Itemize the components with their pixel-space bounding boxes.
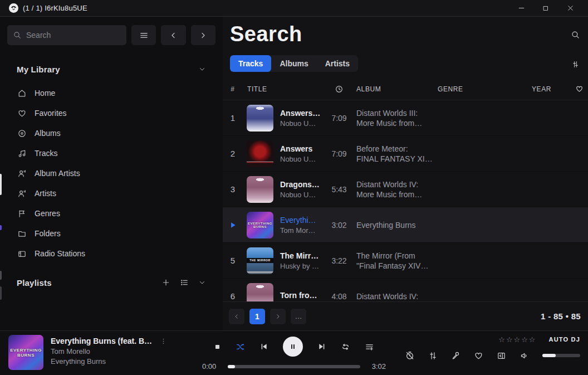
duration-clock-icon[interactable] (335, 85, 344, 94)
pause-button[interactable] (283, 337, 303, 357)
heart-icon[interactable] (575, 85, 588, 93)
track-artist[interactable]: Tom Mor… (280, 226, 316, 235)
favorite-heart-icon[interactable] (474, 351, 483, 361)
column-index[interactable]: # (231, 85, 234, 93)
maximize-button[interactable] (533, 0, 558, 17)
menu-button[interactable] (131, 25, 156, 45)
track-title[interactable]: Torn fro… (280, 291, 317, 300)
close-button[interactable] (558, 0, 582, 17)
titlebar: (1 / 1) I6rKIu8u5UE (0, 0, 588, 17)
sidebar-item-label: Folders (35, 229, 61, 238)
sidebar-item-folders[interactable]: Folders (0, 223, 223, 243)
heart-icon (17, 108, 27, 119)
album-art (247, 283, 273, 302)
row-index: 5 (231, 256, 235, 265)
page-prev-button[interactable] (229, 309, 244, 324)
filter-settings-icon[interactable] (571, 60, 580, 69)
radio-icon (17, 249, 27, 259)
track-title[interactable]: Everythi… (280, 216, 316, 225)
equalizer-settings-icon[interactable] (428, 351, 438, 361)
previous-button[interactable] (259, 342, 268, 351)
tab-albums[interactable]: Albums (271, 55, 316, 72)
track-artist[interactable]: Nobuo U… (280, 155, 316, 163)
search-tabs: Tracks Albums Artists (230, 55, 358, 72)
nav-back-button[interactable] (161, 25, 185, 45)
seek-slider[interactable] (228, 365, 360, 368)
sidebar-item-genres[interactable]: Genres (0, 203, 223, 223)
track-album[interactable]: Distant Worlds IV: More Music from… (352, 179, 433, 199)
column-album[interactable]: ALBUM (352, 85, 433, 93)
table-row-playing[interactable]: EVERYTHING BURNS Everythi… Tom Mor… 3:02… (223, 207, 588, 243)
track-artist[interactable]: Nobuo U… (280, 191, 320, 199)
chevron-down-icon[interactable] (198, 279, 206, 286)
sidebar-item-artists[interactable]: Artists (0, 183, 223, 203)
pagination-bar: 1 … 1 - 85 • 85 (223, 301, 588, 330)
next-button[interactable] (317, 342, 326, 351)
playlist-list-icon[interactable] (180, 278, 189, 287)
table-row[interactable]: 3 Dragons… Nobuo U… 5:43 Distant Worlds … (223, 172, 588, 207)
sidebar-item-radio-stations[interactable]: Radio Stations (0, 243, 223, 264)
sidebar-item-album-artists[interactable]: Album Artists (0, 163, 223, 183)
edge-indicator (0, 271, 2, 280)
auto-dj-toggle[interactable]: AUTO DJ (549, 336, 580, 343)
track-artist[interactable]: Husky by … (280, 262, 319, 270)
track-duration: 3:22 (331, 256, 346, 265)
track-album[interactable]: Everything Burns (352, 220, 433, 230)
sidebar-item-tracks[interactable]: Tracks (0, 143, 223, 163)
minimize-button[interactable] (509, 0, 533, 17)
track-duration: 3:02 (331, 221, 346, 230)
search-icon[interactable] (571, 30, 580, 40)
more-options-icon[interactable] (160, 338, 167, 345)
hamburger-icon (139, 31, 149, 40)
track-title[interactable]: Answers (280, 144, 316, 153)
track-title[interactable]: The Mirr… (280, 251, 319, 260)
sidebar-item-favorites[interactable]: Favorites (0, 103, 223, 123)
sidebar-item-home[interactable]: Home (0, 83, 223, 103)
tab-artists[interactable]: Artists (317, 55, 358, 72)
sidebar-item-label: Radio Stations (35, 249, 85, 258)
column-genre[interactable]: GENRE (433, 85, 533, 93)
page-more-button[interactable]: … (291, 309, 306, 324)
track-album[interactable]: Distant Worlds III: More Music from… (352, 108, 433, 128)
table-row[interactable]: 2 Answers Nobuo U… 7:09 Before Meteor: F… (223, 136, 588, 172)
track-album[interactable]: The Mirror (From "Final Fantasy XIV… (352, 251, 433, 271)
track-artist[interactable]: Nobuo U… (280, 119, 320, 128)
chevron-left-icon (169, 31, 178, 40)
table-row[interactable]: 5 THE MIRROR The Mirr… Husky by … 3:22 T… (223, 243, 588, 279)
repeat-button[interactable] (341, 342, 350, 352)
sidebar-search[interactable] (7, 25, 126, 45)
table-row[interactable]: 6 Torn fro… 4:08 Distant Worlds IV: (223, 279, 588, 301)
stop-button[interactable] (214, 343, 221, 350)
track-album[interactable]: Before Meteor: FINAL FANTASY XI… (352, 144, 433, 164)
row-index: 3 (231, 184, 235, 194)
sidebar-item-label: Genres (35, 209, 60, 218)
page-next-button[interactable] (270, 309, 286, 324)
player-artist[interactable]: Tom Morello (51, 347, 167, 355)
nav-forward-button[interactable] (191, 25, 215, 45)
lyrics-microphone-icon[interactable] (451, 351, 460, 361)
track-album[interactable]: Distant Worlds IV: (352, 291, 433, 301)
add-to-playlist-button[interactable] (365, 342, 374, 352)
add-playlist-icon[interactable] (161, 278, 170, 287)
library-section-header[interactable]: My Library (0, 61, 223, 77)
search-input[interactable] (26, 31, 110, 40)
chevron-down-icon[interactable] (198, 65, 206, 73)
track-title[interactable]: Dragons… (280, 180, 320, 189)
volume-slider[interactable] (542, 354, 580, 357)
volume-icon[interactable] (520, 351, 529, 361)
album-art (247, 105, 273, 132)
side-queue-panel-icon[interactable] (497, 351, 506, 361)
column-title[interactable]: TITLE (243, 85, 326, 93)
page-number-button[interactable]: 1 (249, 309, 265, 324)
track-title[interactable]: Answers… (280, 109, 320, 118)
shuffle-button[interactable] (236, 342, 245, 352)
player-album[interactable]: Everything Burns (51, 357, 167, 366)
rating-stars[interactable]: ☆☆☆☆☆ (498, 335, 536, 344)
sleep-timer-off-icon[interactable] (405, 350, 415, 361)
column-year[interactable]: YEAR (532, 85, 557, 93)
now-playing-art[interactable]: EVERYTHING BURNS (8, 335, 43, 370)
tab-tracks[interactable]: Tracks (230, 55, 271, 72)
player-track-title[interactable]: Everything Burns (feat. B… (51, 337, 152, 345)
table-row[interactable]: 1 Answers… Nobuo U… 7:09 Distant Worlds … (223, 100, 588, 136)
sidebar-item-albums[interactable]: Albums (0, 123, 223, 143)
